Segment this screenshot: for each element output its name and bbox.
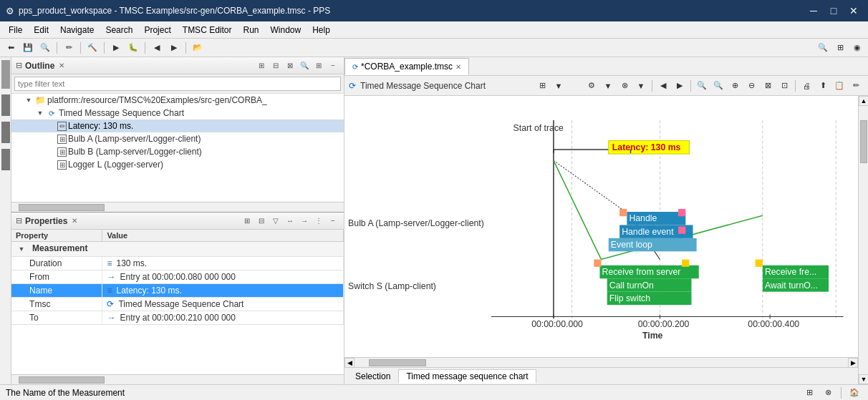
- diag-tb-export[interactable]: ⬆: [815, 79, 831, 93]
- tree-item-bulbb[interactable]: ▶ ⊞ Bulb B (Lamp-server/Logger-client): [11, 145, 344, 158]
- properties-close[interactable]: ✕: [72, 217, 77, 225]
- prop-toggle-measurement[interactable]: ▼: [16, 243, 27, 255]
- scroll-thumb-right[interactable]: [860, 120, 867, 163]
- minimize-button[interactable]: ─: [805, 4, 822, 18]
- menu-project[interactable]: Project: [138, 24, 176, 36]
- sidebar-icon-4[interactable]: [1, 149, 10, 170]
- tree-toggle-root[interactable]: ▼: [23, 94, 34, 106]
- outline-tool-2[interactable]: ⊟: [269, 59, 282, 72]
- diag-tb-btn-4[interactable]: ▼: [600, 79, 616, 93]
- toolbar-search-right[interactable]: 🔍: [815, 41, 831, 55]
- prop-value-name: ≡ Latency: 130 ms.: [102, 284, 344, 298]
- close-button[interactable]: ✕: [845, 4, 862, 18]
- prop-tool-1[interactable]: ⊞: [241, 215, 254, 228]
- tree-item-root[interactable]: ▼ 📁 platform:/resource/TMSC%20Examples/s…: [11, 94, 344, 107]
- toolbar-run[interactable]: ▶: [108, 41, 124, 55]
- diag-tb-zoom-4[interactable]: ⊖: [743, 79, 759, 93]
- toolbar-save[interactable]: 💾: [20, 41, 36, 55]
- diag-tb-btn-5[interactable]: ⊗: [617, 79, 632, 93]
- prop-tool-4[interactable]: →: [298, 215, 311, 228]
- tab-close-corba[interactable]: ✕: [455, 63, 461, 71]
- status-bar-btn-3[interactable]: 🏠: [847, 386, 862, 400]
- prop-row-tmsc[interactable]: Tmsc ⟳ Timed Message Sequence Chart: [11, 298, 344, 311]
- outline-collapse[interactable]: −: [327, 59, 339, 72]
- toolbar-nav-fwd[interactable]: ▶: [166, 41, 182, 55]
- toolbar-layout[interactable]: ◉: [849, 41, 865, 55]
- prop-tool-3[interactable]: ↔: [284, 215, 296, 228]
- toolbar-build[interactable]: 🔨: [85, 41, 100, 55]
- maximize-button[interactable]: □: [825, 4, 842, 18]
- scroll-up-btn[interactable]: ▲: [859, 96, 868, 106]
- menu-navigate[interactable]: Navigate: [54, 24, 100, 36]
- diagram-area[interactable]: Bulb A (Lamp-server/Logger-client) Switc…: [344, 96, 858, 384]
- toolbar-back[interactable]: ⬅: [3, 41, 19, 55]
- scroll-left-btn[interactable]: ◀: [344, 358, 355, 368]
- toolbar-perspective[interactable]: ⊞: [832, 41, 848, 55]
- diag-tb-copy[interactable]: 📋: [831, 79, 847, 93]
- outline-close[interactable]: ✕: [59, 62, 64, 69]
- diag-tb-zoom-6[interactable]: ⊡: [776, 79, 792, 93]
- outline-h-scrollbar[interactable]: [11, 202, 344, 212]
- diag-tb-zoom-1[interactable]: 🔍: [694, 79, 710, 93]
- outline-tool-5[interactable]: ⊞: [312, 59, 325, 72]
- prop-tool-2[interactable]: ⊟: [255, 215, 268, 228]
- menu-window[interactable]: Window: [265, 24, 307, 36]
- outline-tool-4[interactable]: 🔍: [298, 59, 311, 72]
- prop-tool-5[interactable]: ⋮: [312, 215, 325, 228]
- filter-input[interactable]: [14, 77, 341, 91]
- diag-tb-btn-6[interactable]: ▼: [633, 79, 649, 93]
- diag-tb-edit[interactable]: ✏: [848, 79, 864, 93]
- diag-tb-btn-2[interactable]: ▼: [551, 79, 566, 93]
- diag-tb-print[interactable]: 🖨: [799, 79, 814, 93]
- menu-tmsc-editor[interactable]: TMSC Editor: [177, 24, 238, 36]
- diag-tb-btn-3[interactable]: ⚙: [584, 79, 599, 93]
- bottom-tab-selection[interactable]: Selection: [347, 369, 398, 384]
- diag-tb-nav-back[interactable]: ◀: [655, 79, 671, 93]
- menu-file[interactable]: File: [3, 24, 28, 36]
- menu-search[interactable]: Search: [100, 24, 138, 36]
- sidebar-icon-2[interactable]: [1, 94, 10, 116]
- toolbar-search[interactable]: 🔍: [37, 41, 53, 55]
- prop-h-scrollbar[interactable]: [11, 374, 344, 384]
- outline-tool-3[interactable]: ⊠: [284, 59, 296, 72]
- prop-row-name[interactable]: Name ≡ Latency: 130 ms.: [11, 284, 344, 298]
- prop-tool-min[interactable]: −: [327, 215, 339, 228]
- diagram-bottom-scroll[interactable]: ◀ ▶: [344, 357, 858, 367]
- status-bar-btn-2[interactable]: ⊗: [820, 386, 836, 400]
- toolbar-pencil[interactable]: ✏: [61, 41, 77, 55]
- tree-toggle-tmsc[interactable]: ▼: [34, 107, 46, 119]
- menu-help[interactable]: Help: [307, 24, 336, 36]
- menu-run[interactable]: Run: [237, 24, 264, 36]
- toolbar-open[interactable]: 📂: [190, 41, 206, 55]
- status-bar-btn-1[interactable]: ⊞: [801, 386, 817, 400]
- bottom-tab-tmsc[interactable]: Timed message sequence chart: [398, 369, 536, 384]
- toolbar-sep-3: [104, 42, 105, 54]
- sidebar-icon-1[interactable]: [1, 60, 10, 89]
- toolbar-debug[interactable]: 🐛: [125, 41, 141, 55]
- tree-item-bulba[interactable]: ▶ ⊞ Bulb A (Lamp-server/Logger-client): [11, 132, 344, 145]
- prop-row-duration[interactable]: Duration ≡ 130 ms.: [11, 257, 344, 270]
- tree-item-logger[interactable]: ▶ ⊞ Logger L (Logger-server): [11, 158, 344, 171]
- outline-tool-1[interactable]: ⊞: [255, 59, 268, 72]
- scroll-down-btn[interactable]: ▼: [859, 374, 868, 384]
- prop-tool-filter[interactable]: ▽: [269, 215, 282, 228]
- tree-item-tmsc[interactable]: ▼ ⟳ Timed Message Sequence Chart: [11, 107, 344, 119]
- toolbar-nav-back[interactable]: ◀: [149, 41, 165, 55]
- prop-row-from[interactable]: From → Entry at 00:00:00.080 000 000: [11, 270, 344, 284]
- scroll-right-btn[interactable]: ▶: [848, 358, 858, 368]
- diagram-scroll-thumb[interactable]: [369, 359, 426, 366]
- tree-item-latency[interactable]: ▶ ✏ Latency: 130 ms.: [11, 119, 344, 132]
- diagram-right-scrollbar[interactable]: ▲ ▼: [858, 96, 868, 384]
- diag-tb-btn-1[interactable]: ⊞: [534, 79, 550, 93]
- prop-row-to[interactable]: To → Entry at 00:00:00.210 000 000: [11, 311, 344, 325]
- prop-scroll-thumb[interactable]: [19, 376, 105, 384]
- menu-edit[interactable]: Edit: [28, 24, 54, 36]
- outline-scroll-thumb[interactable]: [19, 204, 105, 211]
- filter-bar: [11, 74, 344, 94]
- diag-tb-zoom-3[interactable]: ⊕: [727, 79, 743, 93]
- diag-tb-zoom-2[interactable]: 🔍: [710, 79, 726, 93]
- tab-corba[interactable]: ⟳ *CORBA_example.tmsc ✕: [344, 58, 469, 75]
- sidebar-icon-3[interactable]: [1, 122, 10, 143]
- diag-tb-nav-fwd[interactable]: ▶: [672, 79, 688, 93]
- diag-tb-zoom-5[interactable]: ⊠: [760, 79, 776, 93]
